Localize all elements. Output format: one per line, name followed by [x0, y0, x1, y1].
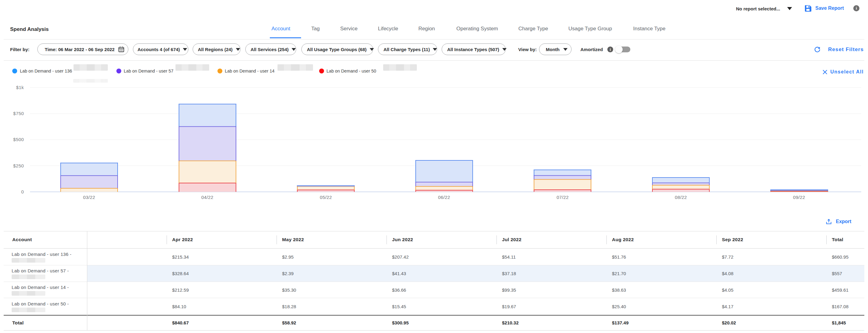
svg-text:05/22: 05/22	[320, 195, 332, 200]
svg-text:$750: $750	[13, 111, 24, 116]
svg-text:09/22: 09/22	[793, 195, 805, 200]
svg-text:0: 0	[21, 189, 24, 194]
svg-text:04/22: 04/22	[201, 195, 214, 200]
svg-text:06/22: 06/22	[438, 195, 450, 200]
svg-text:08/22: 08/22	[675, 195, 687, 200]
svg-text:$1k: $1k	[16, 85, 24, 90]
svg-text:03/22: 03/22	[83, 195, 95, 200]
svg-text:07/22: 07/22	[557, 195, 569, 200]
svg-text:$250: $250	[13, 163, 24, 168]
svg-text:$500: $500	[13, 137, 24, 142]
